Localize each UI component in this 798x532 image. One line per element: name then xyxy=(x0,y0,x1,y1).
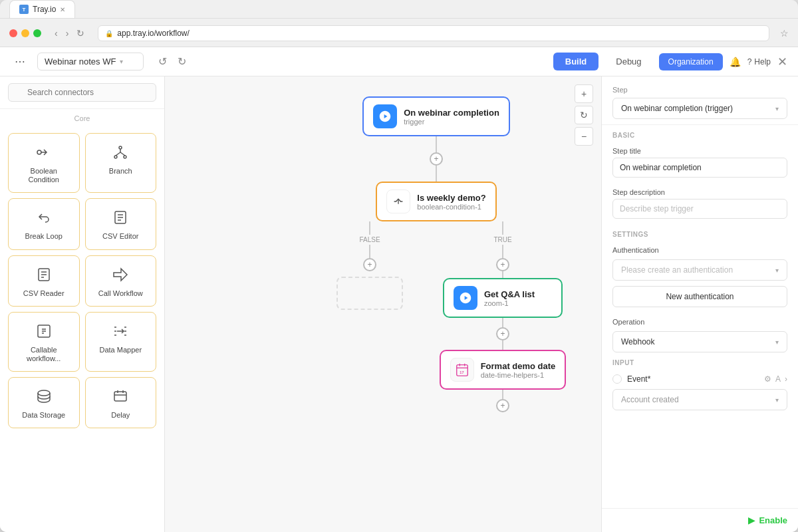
browser-toolbar: ‹ › ↻ 🔒 app.tray.io/workflow/ ☆ xyxy=(0,19,798,47)
trigger-node[interactable]: On webinar completion trigger xyxy=(362,96,510,136)
settings-section-label: SETTINGS xyxy=(602,224,798,241)
account-dropdown[interactable]: Account created ▾ xyxy=(612,389,787,410)
add-node-button-1[interactable]: + xyxy=(430,152,443,166)
event-radio[interactable] xyxy=(612,374,622,384)
connector-csv-reader[interactable]: CSV Reader xyxy=(8,255,80,307)
after-zoom-add-button[interactable]: + xyxy=(496,327,509,340)
zoom-in-button[interactable]: + xyxy=(575,84,593,103)
connector-branch[interactable]: Branch xyxy=(85,133,157,193)
zoom-out-button[interactable]: − xyxy=(575,127,593,146)
datetime-node[interactable]: 17 Format demo date date-time-helpers-1 xyxy=(440,350,567,390)
account-chevron: ▾ xyxy=(775,396,779,404)
condition-node-subtitle: boolean-condition-1 xyxy=(417,203,485,211)
help-button[interactable]: ? Help xyxy=(747,57,771,66)
break-loop-label: Break Loop xyxy=(25,232,63,241)
operation-label: Operation xyxy=(612,318,787,326)
connector-boolean-condition[interactable]: Boolean Condition xyxy=(8,133,80,193)
tab-close-button[interactable]: ✕ xyxy=(60,6,65,13)
connector-callable-workflow[interactable]: Callable workflow... xyxy=(8,312,80,372)
search-bar: 🔍 xyxy=(0,76,164,109)
data-storage-icon xyxy=(33,386,55,407)
step-title-input[interactable] xyxy=(612,158,787,178)
close-traffic-light[interactable] xyxy=(9,29,17,37)
callable-workflow-label: Callable workflow... xyxy=(14,346,74,363)
zoom-to-add-line xyxy=(502,318,503,327)
auth-dropdown[interactable]: Please create an authentication ▾ xyxy=(612,259,787,281)
step-description-group: Step description xyxy=(602,183,798,224)
after-datetime-add-button[interactable]: + xyxy=(496,399,509,412)
new-auth-button[interactable]: New authentication xyxy=(612,286,787,307)
input-section-label: INPUT xyxy=(602,352,798,369)
main-layout: 🔍 Core Boolean Condition xyxy=(0,76,798,532)
data-storage-label: Data Storage xyxy=(22,411,65,420)
workflow-selector[interactable]: Webinar notes WF ▾ xyxy=(37,53,144,70)
connector-call-workflow[interactable]: Call Workflow xyxy=(85,255,157,307)
url-text: app.tray.io/workflow/ xyxy=(117,29,190,38)
true-branch-line-2 xyxy=(502,245,503,258)
false-branch-add-button[interactable]: + xyxy=(363,258,376,271)
true-branch-add-button[interactable]: + xyxy=(496,258,509,271)
operation-dropdown[interactable]: Webhook ▾ xyxy=(612,331,787,352)
trigger-node-subtitle: trigger xyxy=(404,118,499,126)
connector-data-storage[interactable]: Data Storage xyxy=(8,377,80,428)
address-bar[interactable]: 🔒 app.tray.io/workflow/ xyxy=(98,25,769,41)
trigger-node-title: On webinar completion xyxy=(404,108,499,118)
condition-node-title: Is weekly demo? xyxy=(417,193,485,203)
refresh-canvas-button[interactable]: ↻ xyxy=(575,106,593,124)
search-wrap: 🔍 xyxy=(8,83,156,102)
minimize-traffic-light[interactable] xyxy=(21,29,29,37)
event-settings-icon[interactable]: ⚙ xyxy=(764,374,771,384)
menu-button[interactable]: ⋯ xyxy=(11,53,29,70)
step-dropdown-chevron: ▾ xyxy=(775,105,779,112)
condition-node[interactable]: Is weekly demo? boolean-condition-1 xyxy=(376,182,496,221)
auth-label-group: Authentication xyxy=(602,241,798,259)
step-description-input[interactable] xyxy=(612,199,787,219)
data-mapper-label: Data Mapper xyxy=(99,346,142,354)
zoom-node[interactable]: Get Q&A list zoom-1 xyxy=(443,278,563,318)
trigger-node-info: On webinar completion trigger xyxy=(404,108,499,126)
event-info-icon[interactable]: A xyxy=(775,374,781,384)
auth-label: Authentication xyxy=(612,246,787,254)
connector-delay[interactable]: Delay xyxy=(85,377,157,428)
connector-data-mapper[interactable]: Data Mapper xyxy=(85,312,157,372)
false-branch-placeholder xyxy=(336,277,403,310)
event-chevron-icon: › xyxy=(785,374,787,384)
maximize-traffic-light[interactable] xyxy=(33,29,41,37)
connector-break-loop[interactable]: Break Loop xyxy=(8,198,80,249)
delay-label: Delay xyxy=(111,411,130,420)
step-title-label: Step title xyxy=(612,147,787,155)
connector-line-2 xyxy=(436,166,437,182)
nav-buttons: ‹ › ↻ xyxy=(52,27,87,40)
forward-button[interactable]: › xyxy=(63,27,72,40)
tab-title: Tray.io xyxy=(33,5,56,14)
step-title-group: Step title xyxy=(602,142,798,183)
enable-button[interactable]: ▶ Enable xyxy=(748,515,787,525)
datetime-node-title: Format demo date xyxy=(481,361,556,371)
basic-section-label: BASIC xyxy=(602,125,798,142)
back-button[interactable]: ‹ xyxy=(52,27,61,40)
notifications-button[interactable]: 🔔 xyxy=(730,57,741,67)
search-input[interactable] xyxy=(8,83,156,102)
undo-button[interactable]: ↺ xyxy=(154,53,171,70)
panel-footer: ▶ Enable xyxy=(602,508,798,532)
debug-button[interactable]: Debug xyxy=(606,53,650,70)
bookmark-button[interactable]: ☆ xyxy=(780,28,789,39)
boolean-condition-label: Boolean Condition xyxy=(14,167,74,184)
svg-point-20 xyxy=(38,390,50,396)
csv-editor-label: CSV Editor xyxy=(102,232,138,241)
event-actions: ⚙ A › xyxy=(764,374,787,384)
add-to-date-line xyxy=(502,340,503,350)
help-icon: ? xyxy=(747,57,752,66)
step-dropdown-value: On webinar completion (trigger) xyxy=(621,104,733,113)
active-tab[interactable]: T Tray.io ✕ xyxy=(9,0,75,18)
connector-csv-editor[interactable]: CSV Editor xyxy=(85,198,157,249)
enable-play-icon: ▶ xyxy=(748,515,755,525)
step-dropdown[interactable]: On webinar completion (trigger) ▾ xyxy=(612,98,787,119)
refresh-button[interactable]: ↻ xyxy=(74,27,87,40)
workflow-name: Webinar notes WF xyxy=(45,57,116,66)
close-app-button[interactable]: ✕ xyxy=(777,55,787,69)
organization-button[interactable]: Organization xyxy=(659,53,723,70)
redo-button[interactable]: ↻ xyxy=(174,53,190,70)
build-button[interactable]: Build xyxy=(553,53,599,70)
trigger-node-icon xyxy=(373,104,397,128)
